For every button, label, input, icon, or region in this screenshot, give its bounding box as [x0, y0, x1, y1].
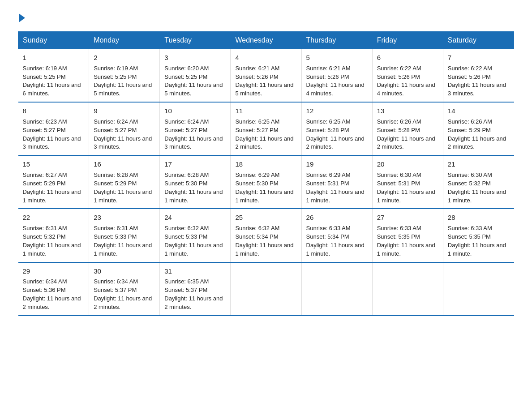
- page-header: [18, 13, 514, 21]
- day-info: Sunrise: 6:32 AMSunset: 5:34 PMDaylight:…: [235, 225, 293, 257]
- day-number: 20: [377, 159, 438, 169]
- day-info: Sunrise: 6:28 AMSunset: 5:29 PMDaylight:…: [94, 171, 152, 204]
- day-info: Sunrise: 6:27 AMSunset: 5:29 PMDaylight:…: [23, 171, 81, 204]
- day-number: 18: [235, 159, 296, 169]
- day-info: Sunrise: 6:23 AMSunset: 5:27 PMDaylight:…: [23, 118, 81, 150]
- calendar-cell: 28Sunrise: 6:33 AMSunset: 5:35 PMDayligh…: [443, 209, 514, 262]
- day-number: 12: [306, 106, 368, 116]
- calendar-header-row: SundayMondayTuesdayWednesdayThursdayFrid…: [18, 32, 514, 49]
- calendar-week-1: 1Sunrise: 6:19 AMSunset: 5:25 PMDaylight…: [18, 49, 514, 103]
- header-saturday: Saturday: [443, 32, 514, 49]
- calendar-cell: 16Sunrise: 6:28 AMSunset: 5:29 PMDayligh…: [89, 155, 160, 209]
- calendar-cell: 2Sunrise: 6:19 AMSunset: 5:25 PMDaylight…: [89, 49, 160, 103]
- header-monday: Monday: [89, 32, 160, 49]
- day-number: 2: [94, 53, 155, 63]
- calendar-cell: 19Sunrise: 6:29 AMSunset: 5:31 PMDayligh…: [301, 155, 372, 209]
- day-number: 5: [306, 53, 368, 63]
- calendar-cell: 22Sunrise: 6:31 AMSunset: 5:32 PMDayligh…: [18, 209, 89, 262]
- calendar-cell: 4Sunrise: 6:21 AMSunset: 5:26 PMDaylight…: [231, 49, 301, 103]
- header-sunday: Sunday: [18, 32, 89, 49]
- calendar-cell: 12Sunrise: 6:25 AMSunset: 5:28 PMDayligh…: [301, 102, 372, 155]
- calendar-cell: [443, 262, 514, 316]
- day-info: Sunrise: 6:19 AMSunset: 5:25 PMDaylight:…: [94, 65, 152, 97]
- day-info: Sunrise: 6:26 AMSunset: 5:28 PMDaylight:…: [377, 118, 435, 150]
- day-number: 29: [23, 266, 85, 276]
- day-number: 3: [164, 53, 226, 63]
- day-number: 9: [94, 106, 155, 116]
- calendar-cell: 26Sunrise: 6:33 AMSunset: 5:34 PMDayligh…: [301, 209, 372, 262]
- day-number: 31: [164, 266, 226, 276]
- day-number: 26: [306, 213, 368, 223]
- logo: [18, 13, 26, 21]
- day-number: 10: [164, 106, 226, 116]
- day-info: Sunrise: 6:22 AMSunset: 5:26 PMDaylight:…: [377, 65, 435, 97]
- calendar-cell: 27Sunrise: 6:33 AMSunset: 5:35 PMDayligh…: [372, 209, 443, 262]
- calendar-cell: 3Sunrise: 6:20 AMSunset: 5:25 PMDaylight…: [160, 49, 231, 103]
- day-number: 11: [235, 106, 296, 116]
- calendar-cell: 5Sunrise: 6:21 AMSunset: 5:26 PMDaylight…: [301, 49, 372, 103]
- day-info: Sunrise: 6:19 AMSunset: 5:25 PMDaylight:…: [23, 65, 81, 97]
- calendar-cell: 17Sunrise: 6:28 AMSunset: 5:30 PMDayligh…: [160, 155, 231, 209]
- day-info: Sunrise: 6:32 AMSunset: 5:33 PMDaylight:…: [164, 225, 223, 257]
- day-info: Sunrise: 6:35 AMSunset: 5:37 PMDaylight:…: [164, 278, 223, 310]
- calendar-week-5: 29Sunrise: 6:34 AMSunset: 5:36 PMDayligh…: [18, 262, 514, 316]
- day-info: Sunrise: 6:29 AMSunset: 5:30 PMDaylight:…: [235, 171, 293, 204]
- day-number: 19: [306, 159, 368, 169]
- calendar-week-4: 22Sunrise: 6:31 AMSunset: 5:32 PMDayligh…: [18, 209, 514, 262]
- calendar-cell: 24Sunrise: 6:32 AMSunset: 5:33 PMDayligh…: [160, 209, 231, 262]
- day-number: 6: [377, 53, 438, 63]
- day-number: 8: [23, 106, 85, 116]
- header-friday: Friday: [372, 32, 443, 49]
- day-info: Sunrise: 6:22 AMSunset: 5:26 PMDaylight:…: [448, 65, 506, 97]
- day-number: 17: [164, 159, 226, 169]
- header-tuesday: Tuesday: [160, 32, 231, 49]
- day-number: 15: [23, 159, 85, 169]
- day-info: Sunrise: 6:21 AMSunset: 5:26 PMDaylight:…: [235, 65, 293, 97]
- day-info: Sunrise: 6:24 AMSunset: 5:27 PMDaylight:…: [164, 118, 223, 150]
- calendar-cell: 13Sunrise: 6:26 AMSunset: 5:28 PMDayligh…: [372, 102, 443, 155]
- day-number: 1: [23, 53, 85, 63]
- day-info: Sunrise: 6:26 AMSunset: 5:29 PMDaylight:…: [448, 118, 506, 150]
- day-number: 22: [23, 213, 85, 223]
- day-info: Sunrise: 6:21 AMSunset: 5:26 PMDaylight:…: [306, 65, 365, 97]
- day-number: 7: [448, 53, 510, 63]
- calendar-cell: 8Sunrise: 6:23 AMSunset: 5:27 PMDaylight…: [18, 102, 89, 155]
- day-info: Sunrise: 6:20 AMSunset: 5:25 PMDaylight:…: [164, 65, 223, 97]
- day-number: 21: [448, 159, 510, 169]
- day-number: 13: [377, 106, 438, 116]
- calendar-cell: 11Sunrise: 6:25 AMSunset: 5:27 PMDayligh…: [231, 102, 301, 155]
- calendar-cell: [372, 262, 443, 316]
- day-number: 27: [377, 213, 438, 223]
- day-info: Sunrise: 6:33 AMSunset: 5:35 PMDaylight:…: [448, 225, 506, 257]
- calendar-cell: 18Sunrise: 6:29 AMSunset: 5:30 PMDayligh…: [231, 155, 301, 209]
- day-number: 24: [164, 213, 226, 223]
- calendar-cell: 6Sunrise: 6:22 AMSunset: 5:26 PMDaylight…: [372, 49, 443, 103]
- day-info: Sunrise: 6:28 AMSunset: 5:30 PMDaylight:…: [164, 171, 223, 204]
- calendar-cell: 7Sunrise: 6:22 AMSunset: 5:26 PMDaylight…: [443, 49, 514, 103]
- calendar-cell: [301, 262, 372, 316]
- logo-arrow-icon: [19, 13, 25, 22]
- day-number: 23: [94, 213, 155, 223]
- calendar-cell: 14Sunrise: 6:26 AMSunset: 5:29 PMDayligh…: [443, 102, 514, 155]
- calendar-cell: 10Sunrise: 6:24 AMSunset: 5:27 PMDayligh…: [160, 102, 231, 155]
- header-wednesday: Wednesday: [231, 32, 301, 49]
- day-info: Sunrise: 6:31 AMSunset: 5:32 PMDaylight:…: [23, 225, 81, 257]
- day-info: Sunrise: 6:29 AMSunset: 5:31 PMDaylight:…: [306, 171, 365, 204]
- day-info: Sunrise: 6:30 AMSunset: 5:32 PMDaylight:…: [448, 171, 506, 204]
- day-number: 28: [448, 213, 510, 223]
- calendar-cell: 15Sunrise: 6:27 AMSunset: 5:29 PMDayligh…: [18, 155, 89, 209]
- day-info: Sunrise: 6:31 AMSunset: 5:33 PMDaylight:…: [94, 225, 152, 257]
- calendar-table: SundayMondayTuesdayWednesdayThursdayFrid…: [18, 31, 514, 316]
- day-info: Sunrise: 6:25 AMSunset: 5:27 PMDaylight:…: [235, 118, 293, 150]
- calendar-cell: 31Sunrise: 6:35 AMSunset: 5:37 PMDayligh…: [160, 262, 231, 316]
- day-info: Sunrise: 6:24 AMSunset: 5:27 PMDaylight:…: [94, 118, 152, 150]
- day-number: 16: [94, 159, 155, 169]
- day-number: 25: [235, 213, 296, 223]
- day-number: 14: [448, 106, 510, 116]
- calendar-cell: 29Sunrise: 6:34 AMSunset: 5:36 PMDayligh…: [18, 262, 89, 316]
- calendar-cell: 25Sunrise: 6:32 AMSunset: 5:34 PMDayligh…: [231, 209, 301, 262]
- day-info: Sunrise: 6:30 AMSunset: 5:31 PMDaylight:…: [377, 171, 435, 204]
- calendar-cell: [231, 262, 301, 316]
- calendar-week-3: 15Sunrise: 6:27 AMSunset: 5:29 PMDayligh…: [18, 155, 514, 209]
- calendar-cell: 21Sunrise: 6:30 AMSunset: 5:32 PMDayligh…: [443, 155, 514, 209]
